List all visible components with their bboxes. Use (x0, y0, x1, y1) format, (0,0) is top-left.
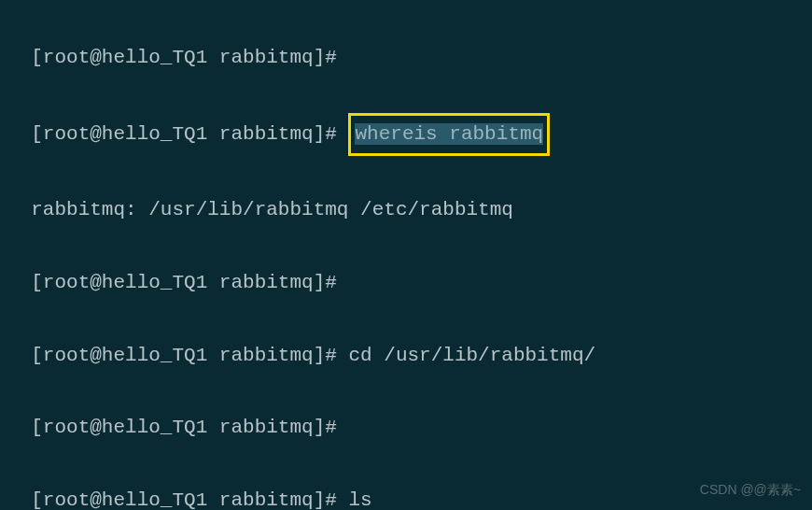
prompt: [root@hello_TQ1 rabbitmq]# (31, 417, 337, 438)
prompt: [root@hello_TQ1 rabbitmq]# (31, 489, 348, 510)
terminal-line-2: [root@hello_TQ1 rabbitmq]# whereis rabbi… (7, 77, 805, 157)
cd-command: cd /usr/lib/rabbitmq/ (348, 345, 595, 366)
terminal-line-1: [root@hello_TQ1 rabbitmq]# (7, 4, 805, 77)
prompt: [root@hello_TQ1 rabbitmq]# (31, 47, 337, 68)
prompt: [root@hello_TQ1 rabbitmq]# (31, 272, 337, 293)
ls-command: ls (348, 489, 371, 510)
terminal-line-7: [root@hello_TQ1 rabbitmq]# ls (7, 446, 805, 510)
prompt: [root@hello_TQ1 rabbitmq]# (31, 123, 348, 145)
prompt: [root@hello_TQ1 rabbitmq]# (31, 345, 348, 366)
terminal-line-3: rabbitmq: /usr/lib/rabbitmq /etc/rabbitm… (7, 156, 805, 229)
watermark: CSDN @@素素~ (700, 478, 801, 503)
selected-command: whereis rabbitmq (355, 123, 543, 145)
terminal-line-4: [root@hello_TQ1 rabbitmq]# (7, 229, 805, 302)
highlight-whereis: whereis rabbitmq (348, 113, 550, 157)
whereis-output: rabbitmq: /usr/lib/rabbitmq /etc/rabbitm… (31, 199, 513, 220)
terminal-line-6: [root@hello_TQ1 rabbitmq]# (7, 374, 805, 446)
terminal-line-5: [root@hello_TQ1 rabbitmq]# cd /usr/lib/r… (7, 302, 805, 375)
